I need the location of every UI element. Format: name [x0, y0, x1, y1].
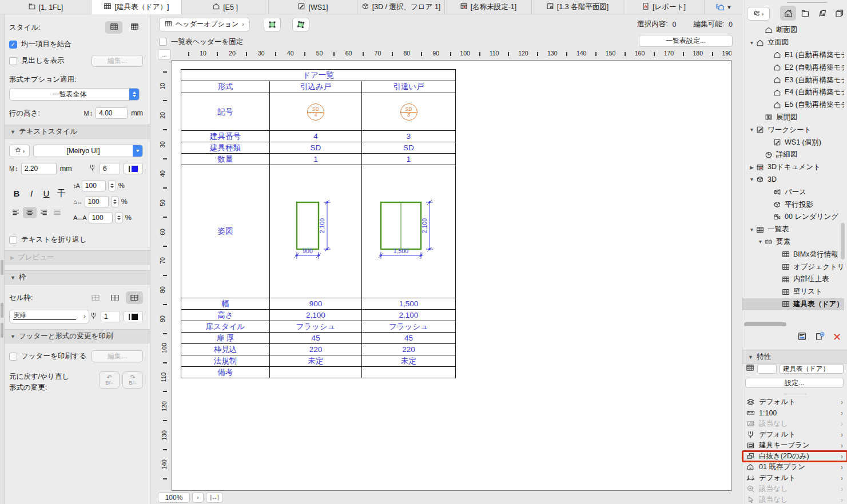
publisher-button[interactable]: [832, 6, 847, 21]
expand-arrow-icon[interactable]: ▼: [748, 177, 755, 182]
view-map-button[interactable]: [797, 6, 813, 21]
palette-edge-mark[interactable]: [1, 303, 3, 318]
line-spacing-input[interactable]: 100: [82, 180, 106, 191]
tab-1[interactable]: [1. 1FL]: [0, 0, 92, 14]
frame-none-button[interactable]: [87, 291, 104, 304]
tree-item[interactable]: 展開図: [742, 111, 844, 124]
row-label-cell[interactable]: 幅: [181, 298, 270, 310]
table-row[interactable]: 枠見込220220: [181, 344, 456, 355]
table-row[interactable]: 建具番号43: [181, 131, 456, 142]
zoom-level-button[interactable]: 100%: [158, 492, 190, 503]
align-left-button[interactable]: [9, 207, 23, 218]
table-row[interactable]: 建具種類SDSD: [181, 142, 456, 154]
text-color-swatch[interactable]: [124, 163, 143, 174]
table-row[interactable]: 備考: [181, 367, 456, 378]
tree-item[interactable]: E5 (自動再構築モデル: [742, 99, 844, 111]
row-label-cell[interactable]: 扉スタイル: [181, 321, 270, 333]
favorite-style-button[interactable]: ›: [9, 145, 30, 157]
view-setting-row[interactable]: デフォルト›: [742, 397, 847, 407]
select-handles-rotated-button[interactable]: [292, 18, 309, 31]
row-label-cell[interactable]: 記号: [181, 93, 270, 131]
style-grid-button[interactable]: [105, 21, 122, 34]
tab-3[interactable]: [E5 ]: [182, 0, 269, 14]
view-setting-row[interactable]: 該当なし›: [742, 483, 847, 494]
row-label-cell[interactable]: 扉 厚: [181, 333, 270, 344]
frame-all-button[interactable]: [126, 291, 143, 304]
value-cell[interactable]: 220: [270, 344, 362, 355]
tree-item[interactable]: 平行投影: [742, 198, 844, 211]
tree-item[interactable]: 詳細図: [742, 149, 844, 161]
tree-item[interactable]: 建具表（ドア）: [742, 298, 844, 311]
view-setting-row[interactable]: 白抜き(2Dのみ)›: [742, 451, 847, 462]
elevation-drawing-cell[interactable]: 2,1001,500: [362, 165, 456, 298]
vertical-text-button[interactable]: 干: [54, 188, 69, 199]
row-label-cell[interactable]: 建具種類: [181, 142, 270, 154]
project-map-button[interactable]: [780, 6, 796, 21]
zoom-menu-button[interactable]: ›: [192, 492, 204, 503]
row-label-cell[interactable]: 枠見込: [181, 344, 270, 355]
table-row[interactable]: 扉 厚4545: [181, 333, 456, 344]
merge-items-checkbox[interactable]: ✓: [9, 41, 17, 49]
value-cell[interactable]: フラッシュ: [270, 321, 362, 333]
value-cell[interactable]: 2,100: [362, 310, 456, 321]
value-cell[interactable]: [270, 367, 362, 378]
value-cell[interactable]: 220: [362, 344, 456, 355]
table-row[interactable]: 法規制未定未定: [181, 355, 456, 367]
stepper-icon[interactable]: [108, 180, 116, 191]
value-cell[interactable]: 未定: [362, 355, 456, 367]
door-type-cell[interactable]: 引違い戸: [362, 81, 456, 93]
symbol-row[interactable]: 記号SD4SD3: [181, 93, 456, 131]
frame-section-header[interactable]: ▼ 枠: [5, 270, 150, 285]
tree-item[interactable]: ▶3Dドキュメント: [742, 161, 844, 174]
navigator-popup-button[interactable]: ›: [747, 7, 770, 21]
schedule-scheme-settings-icon[interactable]: [797, 331, 807, 343]
delete-icon[interactable]: ✕: [833, 332, 841, 342]
bold-button[interactable]: B: [9, 189, 24, 198]
row-label-cell[interactable]: 法規制: [181, 355, 270, 367]
tree-item[interactable]: WS1 (個別): [742, 136, 844, 149]
tree-item[interactable]: ▼3D: [742, 174, 844, 186]
door-type-cell[interactable]: 引込み戸: [270, 81, 362, 93]
value-cell[interactable]: SD: [270, 142, 362, 154]
value-cell[interactable]: フラッシュ: [362, 321, 456, 333]
heading-edit-button[interactable]: 編集...: [92, 55, 143, 67]
view-setting-row[interactable]: デフォルト›: [742, 429, 847, 440]
frame-vertical-button[interactable]: [106, 291, 124, 304]
table-row[interactable]: 扉スタイルフラッシュフラッシュ: [181, 321, 456, 333]
redo-format-button[interactable]: ↷B/–: [122, 371, 143, 389]
value-cell[interactable]: 900: [270, 298, 362, 310]
tab-5[interactable]: [3D / 選択、フロア 1]: [357, 0, 445, 14]
select-handles-button[interactable]: [264, 18, 281, 31]
door-schedule-table[interactable]: ドア一覧形式引込み戸引違い戸記号SD4SD3建具番号43建具種類SDSD数量11…: [181, 69, 456, 378]
tree-item[interactable]: パース: [742, 186, 844, 198]
row-label-cell[interactable]: 形式: [181, 81, 270, 93]
italic-button[interactable]: I: [24, 189, 39, 198]
view-setting-row[interactable]: 01 既存プラン›: [742, 462, 847, 473]
wrap-text-checkbox[interactable]: [9, 236, 17, 244]
undo-format-button[interactable]: ↶B/–: [99, 371, 120, 389]
tree-item[interactable]: オブジェクトリスト: [742, 261, 844, 273]
tree-item[interactable]: E2 (自動再構築モデル: [742, 61, 844, 74]
value-cell[interactable]: 45: [270, 333, 362, 344]
palette-edge-mark[interactable]: [1, 260, 3, 275]
title-row[interactable]: ドア一覧: [181, 70, 456, 81]
tree-item[interactable]: ▼立面図: [742, 37, 844, 49]
horizontal-ruler[interactable]: 1020304050607080901001101201301401501601…: [172, 49, 731, 60]
stepper-icon[interactable]: [111, 196, 119, 207]
tree-item[interactable]: 断面図: [742, 24, 844, 37]
expand-arrow-icon[interactable]: ▶: [748, 165, 755, 170]
ruler-options-button[interactable]: ...: [158, 49, 171, 60]
align-center-button[interactable]: [23, 207, 37, 218]
tree-item[interactable]: ▼一覧表: [742, 223, 844, 236]
expand-arrow-icon[interactable]: ▼: [748, 127, 755, 133]
row-height-input[interactable]: 4.00: [96, 107, 128, 119]
tree-item[interactable]: E1 (自動再構築モデル: [742, 49, 844, 62]
text-pen-input[interactable]: 6: [100, 163, 120, 174]
tab-4[interactable]: [WS1]: [269, 0, 357, 14]
tab-6[interactable]: [名称未設定-1]: [445, 0, 532, 14]
value-cell[interactable]: 3: [362, 131, 456, 142]
new-schedule-icon[interactable]: [815, 331, 825, 343]
row-label-cell[interactable]: 建具番号: [181, 131, 270, 142]
tree-item[interactable]: 壁リスト: [742, 286, 844, 298]
value-cell[interactable]: 2,100: [270, 310, 362, 321]
